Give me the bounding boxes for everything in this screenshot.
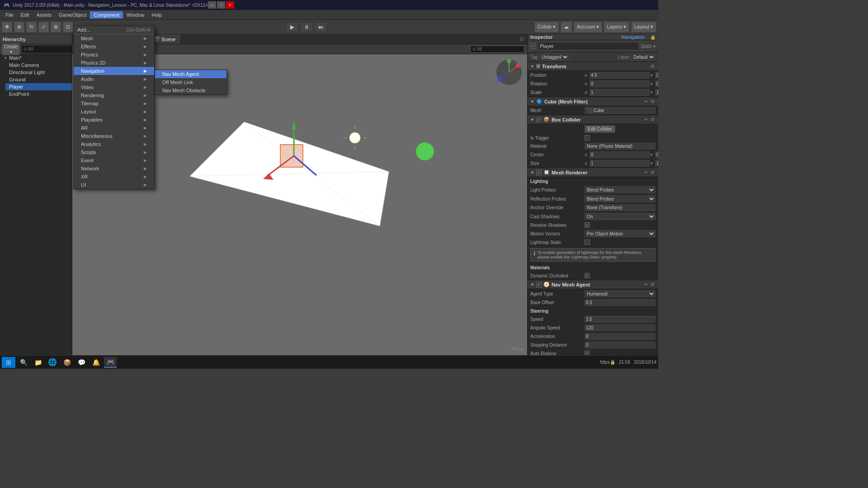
tree-endpoint[interactable]: EndPoint [5,90,72,98]
cmenu-video[interactable]: Video ▶ [74,83,154,91]
light-probes-select[interactable]: Blend Probes [585,186,656,193]
tree-directional-light[interactable]: Directional Light [5,69,72,76]
layout-button[interactable]: Layout ▾ [631,22,656,33]
nav-mesh-agent-item[interactable]: Nav Mesh Agent [155,70,226,78]
stopping-distance-input[interactable] [585,342,656,348]
anchor-override-value[interactable]: None (Transform) [585,204,656,211]
transform-menu[interactable]: ⚙ [650,64,656,69]
cmenu-xr[interactable]: XR ▶ [74,173,154,181]
mesh-renderer-menu[interactable]: ⚙ [650,170,656,175]
nav-mesh-agent-arrow[interactable]: ▼ [530,282,534,287]
center-y[interactable] [655,151,658,158]
pos-x-input[interactable] [590,72,650,79]
taskbar-explorer[interactable]: 📁 [32,357,44,368]
rot-y-input[interactable] [655,80,658,87]
cmenu-navigation[interactable]: Navigation ▶ [74,67,154,75]
tree-player[interactable]: Player [5,83,72,90]
scene-gizmo[interactable]: X Y Z [495,59,523,86]
is-trigger-checkbox[interactable] [585,135,590,141]
menu-help[interactable]: Help [148,11,165,19]
cmenu-effects[interactable]: Effects ▶ [74,42,154,51]
mesh-filter-edit[interactable]: ✏ [643,99,649,104]
account-button[interactable]: Account ▾ [574,22,602,33]
player-name-input[interactable] [538,42,639,50]
menu-file[interactable]: File [2,11,17,19]
material-value[interactable]: None (Physic Material) [585,143,656,150]
tool-move[interactable]: ⊕ [14,22,24,33]
cmenu-event[interactable]: Event ▶ [74,156,154,164]
menu-edit[interactable]: Edit [17,11,33,19]
nav-agent-menu[interactable]: ⚙ [650,282,656,287]
cmenu-ui[interactable]: UI ▶ [74,181,154,189]
close-button[interactable]: ✕ [226,1,234,9]
mesh-renderer-active[interactable] [536,170,542,175]
mesh-renderer-arrow[interactable]: ▼ [530,170,534,175]
edit-collider-button[interactable]: Edit Collider [585,125,615,133]
cast-shadows-select[interactable]: On [585,213,656,220]
size-x[interactable] [590,160,650,167]
box-collider-edit[interactable]: ✏ [643,117,649,122]
menu-assets[interactable]: Assets [33,11,55,19]
tool-transform[interactable]: ⊡ [63,22,73,33]
player-active-checkbox[interactable] [530,43,536,49]
motion-vectors-select[interactable]: Per Object Motion [585,230,656,237]
rot-x-input[interactable] [590,80,650,87]
angular-speed-input[interactable] [585,324,656,331]
cmenu-mesh[interactable]: Mesh ▶ [74,34,154,42]
cmenu-analytics[interactable]: Analytics ▶ [74,140,154,148]
tree-main-camera[interactable]: Main Camera [5,61,72,69]
tag-select[interactable]: Untagged [539,53,569,61]
taskbar-app2[interactable]: 💬 [75,357,88,368]
taskbar-unity[interactable]: 🎮 [104,357,117,368]
box-collider-active[interactable] [536,117,542,122]
layer-select[interactable]: Default [631,53,656,61]
reflection-probes-select[interactable]: Blend Probes [585,195,656,202]
play-button[interactable]: ▶ [286,22,298,32]
cmenu-layout[interactable]: Layout ▶ [74,108,154,116]
taskbar-app3[interactable]: 🔔 [90,357,102,368]
pause-button[interactable]: ⏸ [300,22,313,32]
navigation-tab[interactable]: Navigation [621,34,645,40]
size-y[interactable] [655,160,658,167]
mesh-value[interactable]: ⬛ Cube [585,107,656,114]
scene-expand[interactable]: ⊡ [520,37,524,42]
inspector-lock[interactable]: 🔒 [650,35,656,40]
scale-x-input[interactable] [590,89,650,96]
step-button[interactable]: ⏭ [315,22,327,32]
taskbar-app1[interactable]: 📦 [61,357,73,368]
lightmap-static-checkbox[interactable] [585,239,590,245]
cloud-button[interactable]: ☁ [561,22,572,33]
cmenu-physics2d[interactable]: Physics 2D ▶ [74,59,154,67]
taskbar-chrome[interactable]: 🌐 [46,357,59,368]
tool-hand[interactable]: ✥ [2,22,12,33]
cmenu-playables[interactable]: Playables ▶ [74,116,154,124]
agent-type-select[interactable]: Humanoid [585,290,656,297]
speed-input[interactable] [585,316,656,323]
tool-rect[interactable]: ⊞ [51,22,61,33]
tree-main[interactable]: ▼ Main* [0,54,72,61]
cmenu-add[interactable]: Add... Ctrl+Shift+A [74,26,154,34]
cmenu-ar[interactable]: AR ▶ [74,124,154,132]
center-x[interactable] [590,151,650,158]
taskbar-search[interactable]: 🔍 [17,357,30,368]
tree-ground[interactable]: Ground [5,76,72,83]
nav-mesh-agent-active[interactable] [536,282,542,287]
mesh-renderer-edit[interactable]: ✏ [643,170,649,175]
tool-rotate[interactable]: ↻ [26,22,37,33]
start-button[interactable]: ⊞ [2,357,15,368]
static-dropdown[interactable]: Static ▾ [641,44,656,49]
auto-braking-checkbox[interactable] [585,351,590,355]
minimize-button[interactable]: — [208,1,216,9]
layers-button[interactable]: Layers ▾ [604,22,629,33]
box-collider-menu[interactable]: ⚙ [650,117,656,122]
nav-agent-edit[interactable]: ✏ [643,282,649,287]
dynamic-occluded-checkbox[interactable] [585,273,590,278]
cmenu-audio[interactable]: Audio ▶ [74,75,154,83]
menu-component[interactable]: Component [90,11,123,19]
collab-button[interactable]: Collab ▾ [534,22,559,33]
maximize-button[interactable]: □ [217,1,225,9]
acceleration-input[interactable] [585,333,656,340]
mesh-filter-menu[interactable]: ⚙ [650,99,656,104]
mesh-filter-arrow[interactable]: ▼ [530,99,534,104]
tool-scale[interactable]: ⤢ [38,22,49,33]
